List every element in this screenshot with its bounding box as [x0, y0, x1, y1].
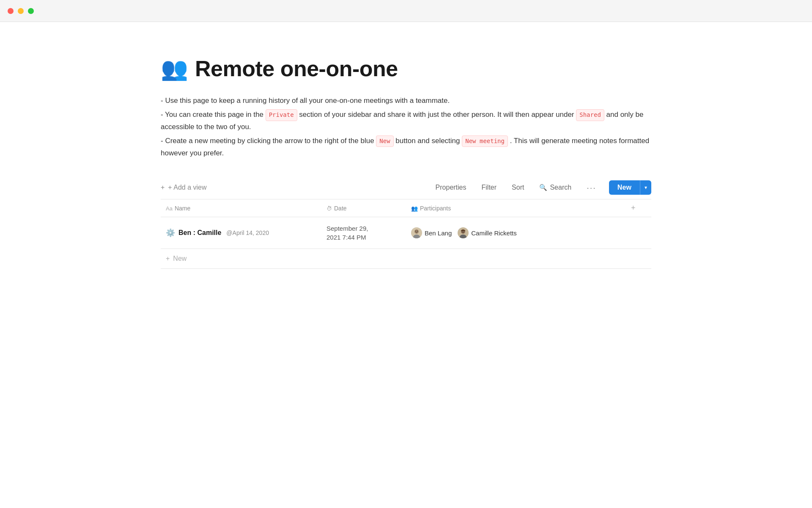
search-icon: 🔍 [539, 184, 547, 191]
participants-col-label: Participants [420, 205, 451, 212]
page-emoji: 👥 [161, 58, 188, 80]
description-line1: - Use this page to keep a running histor… [161, 95, 651, 107]
more-icon: ··· [587, 183, 596, 193]
description-line2: - You can create this page in the Privat… [161, 109, 651, 133]
row-date-value: September 29,2021 7:44 PM [326, 224, 401, 242]
svg-point-8 [462, 231, 463, 232]
table-row[interactable]: ⚙️ Ben : Camille @April 14, 2020 Septemb… [161, 217, 651, 249]
row-name-main: Ben : Camille [178, 229, 221, 237]
plus-icon: + [161, 184, 165, 191]
properties-button[interactable]: Properties [433, 182, 469, 193]
properties-label: Properties [436, 184, 466, 191]
filter-button[interactable]: Filter [479, 182, 499, 193]
table-header-row: Aa Name ⏱ Date 👥 Participants + [161, 199, 651, 217]
row-name-date: @April 14, 2020 [226, 229, 269, 236]
row-settings-icon: ⚙️ [166, 228, 175, 237]
col-header-date: ⏱ Date [321, 199, 406, 217]
search-label: Search [550, 184, 571, 191]
svg-point-4 [417, 231, 418, 232]
participant-camille-name: Camille Ricketts [471, 229, 517, 237]
date-col-icon-group: ⏱ Date [326, 205, 347, 212]
avatar-ben [411, 227, 422, 238]
name-col-icon-group: Aa Name [166, 205, 190, 212]
more-options-button[interactable]: ··· [584, 181, 599, 194]
maximize-button[interactable] [28, 8, 34, 14]
table-cell-date: September 29,2021 7:44 PM [321, 217, 406, 249]
new-button-chevron[interactable]: ▾ [640, 180, 651, 195]
svg-point-1 [414, 229, 419, 234]
avatar-camille [458, 227, 469, 238]
page-description: - Use this page to keep a running histor… [161, 95, 651, 159]
new-button[interactable]: New [609, 180, 640, 195]
add-row-label: New [173, 255, 187, 262]
new-button-group: New ▾ [609, 180, 651, 195]
participant-ben: Ben Lang [411, 227, 452, 238]
date-col-icon: ⏱ [326, 205, 332, 212]
sort-label: Sort [512, 184, 524, 191]
col-header-add[interactable]: + [626, 199, 651, 217]
add-new-row[interactable]: + New [161, 249, 651, 269]
name-col-type-icon: Aa [166, 205, 173, 212]
tag-private: Private [266, 109, 297, 121]
tag-new-meeting: New meeting [462, 135, 508, 147]
add-view-label: + Add a view [168, 184, 206, 191]
filter-label: Filter [482, 184, 497, 191]
data-table: Aa Name ⏱ Date 👥 Participants + [161, 199, 651, 249]
table-cell-participants: Ben Lang [406, 217, 626, 249]
description-line3: - Create a new meeting by clicking the a… [161, 135, 651, 160]
date-col-label: Date [334, 205, 347, 212]
chevron-down-icon: ▾ [645, 185, 647, 190]
table-cell-name: ⚙️ Ben : Camille @April 14, 2020 [161, 217, 321, 249]
main-content: 👥 Remote one-on-one - Use this page to k… [118, 22, 694, 294]
name-col-label: Name [175, 205, 190, 212]
col-header-participants: 👥 Participants [406, 199, 626, 217]
participant-camille: Camille Ricketts [458, 227, 517, 238]
add-row-plus-icon: + [166, 255, 170, 262]
add-view-button[interactable]: + + Add a view [161, 184, 207, 191]
page-title-row: 👥 Remote one-on-one [161, 56, 651, 81]
col-header-name: Aa Name [161, 199, 321, 217]
close-button[interactable] [8, 8, 14, 14]
tag-new: New [376, 135, 393, 147]
table-cell-add-col [626, 217, 651, 249]
svg-point-3 [415, 231, 416, 232]
tag-shared: Shared [576, 109, 604, 121]
toolbar: + + Add a view Properties Filter Sort 🔍 … [161, 176, 651, 199]
participant-ben-name: Ben Lang [425, 229, 452, 237]
participants-col-icon: 👥 [411, 205, 418, 212]
toolbar-right: Properties Filter Sort 🔍 Search ··· New … [433, 180, 651, 195]
titlebar [0, 0, 812, 22]
svg-point-9 [464, 231, 464, 232]
search-button[interactable]: 🔍 Search [537, 182, 574, 193]
page-title: Remote one-on-one [195, 56, 398, 81]
participants-col-icon-group: 👥 Participants [411, 205, 451, 212]
sort-button[interactable]: Sort [509, 182, 527, 193]
minimize-button[interactable] [18, 8, 24, 14]
